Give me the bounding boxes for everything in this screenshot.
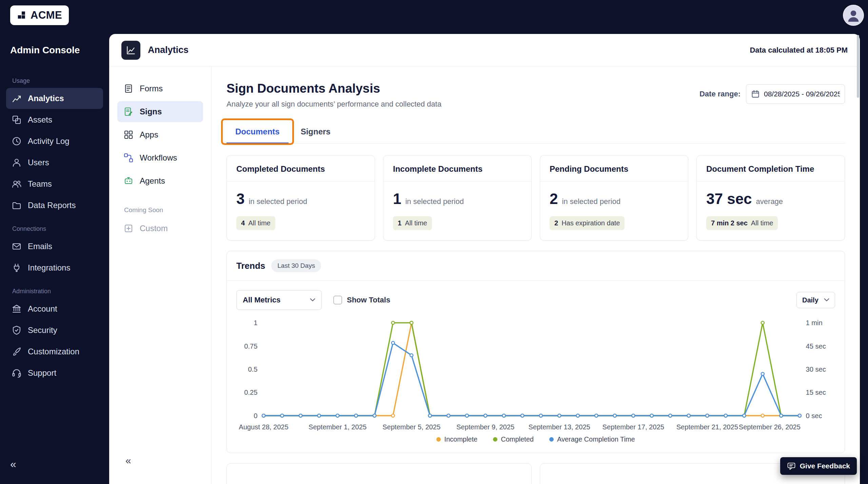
- envelope-icon: [12, 241, 22, 252]
- stat-caption: in selected period: [562, 197, 620, 206]
- svg-text:0 sec: 0 sec: [806, 412, 822, 420]
- subnav-item-apps[interactable]: Apps: [117, 124, 203, 145]
- bottom-cards-row: [226, 463, 845, 484]
- plug-icon: [12, 263, 22, 273]
- calendar-icon: [751, 90, 760, 98]
- subnav-item-workflows[interactable]: Workflows: [117, 147, 203, 168]
- sidebar-item-analytics[interactable]: Analytics: [6, 88, 103, 109]
- sidebar-item-security[interactable]: Security: [6, 320, 103, 341]
- sidebar-item-emails[interactable]: Emails: [6, 236, 103, 257]
- subnav-collapse-button[interactable]: «: [125, 455, 131, 466]
- date-range-input[interactable]: 08/28/2025 - 09/26/2025: [746, 84, 845, 104]
- sidebar-item-label: Analytics: [28, 94, 64, 103]
- sidebar-item-activity-log[interactable]: Activity Log: [6, 131, 103, 152]
- user-icon: [12, 157, 22, 168]
- stat-title: Incomplete Documents: [383, 155, 531, 182]
- svg-text:0.25: 0.25: [244, 389, 257, 396]
- stat-badge: 2 Has expiration date: [550, 216, 625, 230]
- shield-icon: [12, 325, 22, 335]
- sidebar-item-integrations[interactable]: Integrations: [6, 257, 103, 278]
- subnav-item-label: Apps: [140, 130, 158, 139]
- badge-value: 1: [398, 219, 401, 227]
- tab-label: Documents: [235, 127, 280, 136]
- interval-select-value: Daily: [802, 296, 818, 304]
- legend-item-completed[interactable]: Completed: [493, 435, 534, 443]
- sidebar-item-label: Security: [28, 325, 57, 335]
- subnav-item-label: Forms: [140, 84, 163, 93]
- custom-icon: [123, 223, 134, 234]
- badge-value: 7 min 2 sec: [711, 219, 748, 227]
- sidebar-item-label: Activity Log: [28, 136, 70, 146]
- legend-item-incomplete[interactable]: Incomplete: [436, 435, 477, 443]
- interval-select[interactable]: Daily: [796, 292, 835, 308]
- legend-dot: [493, 437, 497, 442]
- coming-soon-label: Coming Soon: [124, 206, 211, 214]
- trends-period-badge: Last 30 Days: [271, 259, 321, 272]
- subnav-item-label: Workflows: [140, 153, 177, 163]
- svg-text:0: 0: [254, 412, 257, 420]
- sidebar-item-label: Account: [28, 304, 57, 314]
- subnav-item-label: Custom: [140, 224, 168, 233]
- tab-signers[interactable]: Signers: [292, 121, 339, 143]
- sidebar-item-account[interactable]: Account: [6, 298, 103, 319]
- analytics-subnav: Forms Signs Apps: [109, 67, 212, 484]
- stat-value: 37 sec: [706, 190, 752, 207]
- stat-badge: 7 min 2 sec All time: [706, 216, 778, 230]
- data-calculated-text: Data calculated at 18:05 PM: [750, 46, 848, 55]
- svg-text:September 1, 2025: September 1, 2025: [309, 423, 367, 431]
- legend-dot: [549, 437, 554, 442]
- scrollbar-thumb[interactable]: [857, 35, 859, 98]
- badge-label: All time: [751, 219, 773, 227]
- legend-label: Average Completion Time: [557, 435, 635, 443]
- sidebar-item-label: Support: [28, 368, 56, 378]
- chart-legend: Incomplete Completed Average Completion …: [227, 432, 845, 453]
- subnav-item-signs[interactable]: Signs: [117, 101, 203, 122]
- page-title: Sign Documents Analysis: [226, 81, 441, 96]
- sidebar-item-assets[interactable]: Assets: [6, 109, 103, 130]
- folder-icon: [12, 200, 22, 210]
- sidebar-item-support[interactable]: Support: [6, 362, 103, 384]
- sidebar-item-label: Data Reports: [28, 201, 76, 210]
- section-label-administration: Administration: [12, 288, 109, 295]
- subnav-item-agents[interactable]: Agents: [117, 170, 203, 191]
- paintbrush-icon: [12, 347, 22, 357]
- sidebar-item-label: Teams: [28, 179, 52, 189]
- stat-title: Completed Documents: [227, 155, 375, 182]
- stat-caption: in selected period: [405, 197, 463, 206]
- show-totals-checkbox[interactable]: [333, 296, 342, 304]
- metrics-select-value: All Metrics: [243, 296, 280, 304]
- user-avatar[interactable]: [843, 5, 864, 26]
- page-subtitle: Analyze your all sign documents’ perform…: [226, 100, 441, 109]
- svg-text:0.75: 0.75: [244, 342, 257, 350]
- legend-item-avg-completion-time[interactable]: Average Completion Time: [549, 435, 635, 443]
- legend-dot: [436, 437, 441, 442]
- sidebar-item-teams[interactable]: Teams: [6, 173, 103, 194]
- sidebar-item-label: Integrations: [28, 263, 70, 273]
- stat-badge: 4 All time: [236, 216, 275, 230]
- section-label-connections: Connections: [12, 225, 109, 232]
- sidebar-collapse-button[interactable]: «: [10, 458, 16, 470]
- sidebar-item-label: Emails: [28, 242, 52, 251]
- sidebar-item-customization[interactable]: Customization: [6, 341, 103, 362]
- subnav-item-forms[interactable]: Forms: [117, 78, 203, 99]
- sidebar-item-data-reports[interactable]: Data Reports: [6, 195, 103, 216]
- svg-text:September 5, 2025: September 5, 2025: [382, 423, 440, 431]
- metrics-select[interactable]: All Metrics: [236, 290, 322, 310]
- content-area: Sign Documents Analysis Analyze your all…: [212, 67, 860, 484]
- svg-text:September 17, 2025: September 17, 2025: [603, 423, 664, 431]
- subnav-item-label: Signs: [140, 107, 162, 116]
- give-feedback-button[interactable]: Give Feedback: [780, 457, 857, 475]
- sidebar-title: Admin Console: [10, 45, 80, 56]
- analytics-icon: [12, 93, 22, 104]
- sidebar-item-label: Users: [28, 158, 49, 167]
- stat-card-pending-documents: Pending Documents 2 in selected period 2…: [540, 155, 688, 241]
- stat-value: 2: [550, 190, 558, 207]
- sidebar-item-users[interactable]: Users: [6, 152, 103, 173]
- chat-bubble-icon: [787, 462, 796, 470]
- show-totals-checkbox-group[interactable]: Show Totals: [333, 296, 390, 304]
- legend-label: Incomplete: [444, 435, 477, 443]
- line-chart-icon: [125, 45, 136, 56]
- sidebar-item-label: Customization: [28, 347, 79, 356]
- tab-documents[interactable]: Documents: [226, 121, 289, 144]
- panel-title: Analytics: [148, 45, 189, 55]
